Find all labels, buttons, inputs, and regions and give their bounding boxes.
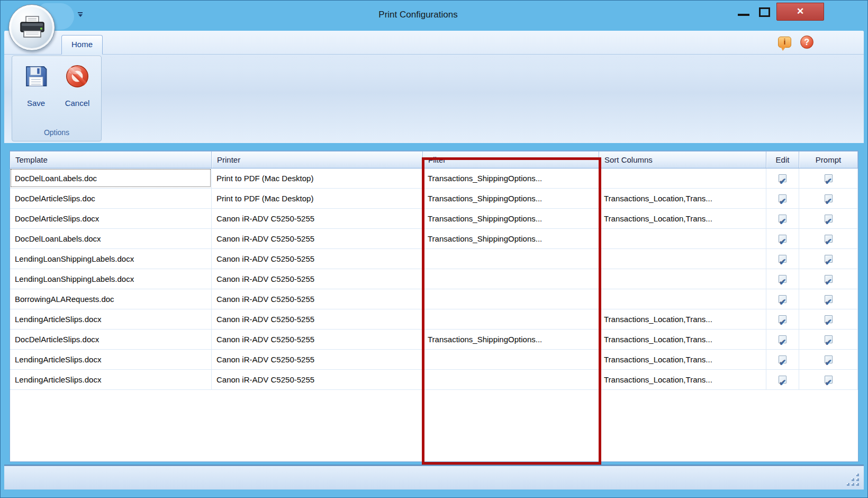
cell-sort-columns[interactable]: Transactions_Location,Trans... xyxy=(599,189,766,208)
cell-sort-columns[interactable] xyxy=(599,229,766,248)
table-row[interactable]: DocDelArticleSlips.docPrint to PDF (Mac … xyxy=(10,189,858,209)
cell-prompt[interactable]: ✔ xyxy=(799,289,858,309)
checkbox-checked[interactable]: ✔ xyxy=(779,215,786,223)
save-button[interactable]: Save xyxy=(16,61,56,120)
checkbox-checked[interactable]: ✔ xyxy=(779,174,786,182)
cell-prompt[interactable]: ✔ xyxy=(799,350,858,369)
cell-template[interactable]: BorrowingALARequests.doc xyxy=(10,289,212,309)
table-row[interactable]: DocDelArticleSlips.docxCanon iR-ADV C525… xyxy=(10,209,858,229)
cell-filter[interactable] xyxy=(423,269,599,289)
cell-filter[interactable] xyxy=(423,249,599,269)
cell-prompt[interactable]: ✔ xyxy=(799,209,858,228)
cell-sort-columns[interactable] xyxy=(599,269,766,289)
table-row[interactable]: BorrowingALARequests.docCanon iR-ADV C52… xyxy=(10,289,858,309)
checkbox-checked[interactable]: ✔ xyxy=(779,335,786,343)
checkbox-checked[interactable]: ✔ xyxy=(779,194,786,202)
about-info-icon[interactable]: i xyxy=(778,37,791,48)
checkbox-checked[interactable]: ✔ xyxy=(825,355,833,363)
tab-home[interactable]: Home xyxy=(61,35,103,55)
cell-sort-columns[interactable] xyxy=(599,168,766,188)
cell-template[interactable]: DocDelLoanLabels.docx xyxy=(10,229,212,248)
cell-printer[interactable]: Canon iR-ADV C5250-5255 xyxy=(212,269,423,289)
checkbox-checked[interactable]: ✔ xyxy=(825,335,833,343)
help-icon[interactable]: ? xyxy=(800,35,813,49)
cell-filter[interactable]: Transactions_ShippingOptions... xyxy=(423,330,599,349)
cell-sort-columns[interactable]: Transactions_Location,Trans... xyxy=(599,209,766,228)
cell-sort-columns[interactable]: Transactions_Location,Trans... xyxy=(599,370,766,389)
cell-printer[interactable]: Canon iR-ADV C5250-5255 xyxy=(212,229,423,248)
checkbox-checked[interactable]: ✔ xyxy=(825,174,833,182)
table-row[interactable]: LendingArticleSlips.docxCanon iR-ADV C52… xyxy=(10,350,858,370)
column-header-filter[interactable]: Filter xyxy=(423,152,599,168)
checkbox-checked[interactable]: ✔ xyxy=(825,255,833,263)
cell-prompt[interactable]: ✔ xyxy=(799,370,858,389)
cell-prompt[interactable]: ✔ xyxy=(799,249,858,269)
cell-template[interactable]: LendingArticleSlips.docx xyxy=(10,309,212,329)
cell-sort-columns[interactable]: Transactions_Location,Trans... xyxy=(599,309,766,329)
cell-prompt[interactable]: ✔ xyxy=(799,309,858,329)
table-row[interactable]: DocDelArticleSlips.docxCanon iR-ADV C525… xyxy=(10,330,858,350)
cell-template[interactable]: LendingLoanShippingLabels.docx xyxy=(10,269,212,289)
cell-edit[interactable]: ✔ xyxy=(766,330,799,349)
cell-edit[interactable]: ✔ xyxy=(766,309,799,329)
cell-edit[interactable]: ✔ xyxy=(766,168,799,188)
cell-filter[interactable]: Transactions_ShippingOptions... xyxy=(423,229,599,248)
cell-filter[interactable]: Transactions_ShippingOptions... xyxy=(423,168,599,188)
column-header-template[interactable]: Template xyxy=(10,152,212,168)
checkbox-checked[interactable]: ✔ xyxy=(779,235,786,243)
cell-template[interactable]: LendingArticleSlips.docx xyxy=(10,370,212,389)
app-menu-button[interactable] xyxy=(8,4,55,51)
checkbox-checked[interactable]: ✔ xyxy=(779,315,786,323)
table-row[interactable]: DocDelLoanLabels.docPrint to PDF (Mac De… xyxy=(10,168,858,189)
checkbox-checked[interactable]: ✔ xyxy=(825,295,833,303)
cell-edit[interactable]: ✔ xyxy=(766,370,799,389)
cell-edit[interactable]: ✔ xyxy=(766,269,799,289)
cell-filter[interactable] xyxy=(423,350,599,369)
cell-template[interactable]: DocDelArticleSlips.doc xyxy=(10,189,212,208)
close-button[interactable]: ✕ xyxy=(776,3,824,21)
cell-prompt[interactable]: ✔ xyxy=(799,189,858,208)
table-row[interactable]: LendingArticleSlips.docxCanon iR-ADV C52… xyxy=(10,370,858,390)
table-row[interactable]: LendingLoanShippingLabels.docxCanon iR-A… xyxy=(10,269,858,289)
cell-filter[interactable] xyxy=(423,370,599,389)
cell-edit[interactable]: ✔ xyxy=(766,189,799,208)
cell-template[interactable]: LendingLoanShippingLabels.docx xyxy=(10,249,212,269)
cell-template[interactable]: DocDelArticleSlips.docx xyxy=(10,209,212,228)
checkbox-checked[interactable]: ✔ xyxy=(779,275,786,283)
column-header-edit[interactable]: Edit xyxy=(766,152,799,168)
cell-printer[interactable]: Canon iR-ADV C5250-5255 xyxy=(212,330,423,349)
cell-printer[interactable]: Canon iR-ADV C5250-5255 xyxy=(212,289,423,309)
cell-edit[interactable]: ✔ xyxy=(766,249,799,269)
table-row[interactable]: DocDelLoanLabels.docxCanon iR-ADV C5250-… xyxy=(10,229,858,249)
checkbox-checked[interactable]: ✔ xyxy=(825,315,833,323)
maximize-button[interactable] xyxy=(757,6,773,19)
table-row[interactable]: LendingLoanShippingLabels.docxCanon iR-A… xyxy=(10,249,858,269)
checkbox-checked[interactable]: ✔ xyxy=(825,235,833,243)
quick-access-dropdown-icon[interactable] xyxy=(77,12,83,19)
column-header-printer[interactable]: Printer xyxy=(212,152,423,168)
checkbox-checked[interactable]: ✔ xyxy=(825,275,833,283)
cell-sort-columns[interactable]: Transactions_Location,Trans... xyxy=(599,350,766,369)
cell-prompt[interactable]: ✔ xyxy=(799,168,858,188)
cell-printer[interactable]: Canon iR-ADV C5250-5255 xyxy=(212,350,423,369)
checkbox-checked[interactable]: ✔ xyxy=(825,194,833,202)
cell-edit[interactable]: ✔ xyxy=(766,209,799,228)
cell-sort-columns[interactable] xyxy=(599,249,766,269)
cell-template[interactable]: DocDelLoanLabels.doc xyxy=(10,168,212,188)
cell-prompt[interactable]: ✔ xyxy=(799,330,858,349)
table-row[interactable]: LendingArticleSlips.docxCanon iR-ADV C52… xyxy=(10,309,858,330)
cell-sort-columns[interactable]: Transactions_Location,Trans... xyxy=(599,330,766,349)
cell-prompt[interactable]: ✔ xyxy=(799,229,858,248)
column-header-prompt[interactable]: Prompt xyxy=(799,152,858,168)
checkbox-checked[interactable]: ✔ xyxy=(779,355,786,363)
checkbox-checked[interactable]: ✔ xyxy=(779,376,786,384)
cell-edit[interactable]: ✔ xyxy=(766,289,799,309)
checkbox-checked[interactable]: ✔ xyxy=(825,376,833,384)
checkbox-checked[interactable]: ✔ xyxy=(779,255,786,263)
checkbox-checked[interactable]: ✔ xyxy=(779,295,786,303)
cell-edit[interactable]: ✔ xyxy=(766,350,799,369)
checkbox-checked[interactable]: ✔ xyxy=(825,215,833,223)
column-header-sort-columns[interactable]: Sort Columns xyxy=(599,152,766,168)
cell-filter[interactable]: Transactions_ShippingOptions... xyxy=(423,209,599,228)
cell-printer[interactable]: Print to PDF (Mac Desktop) xyxy=(212,189,423,208)
